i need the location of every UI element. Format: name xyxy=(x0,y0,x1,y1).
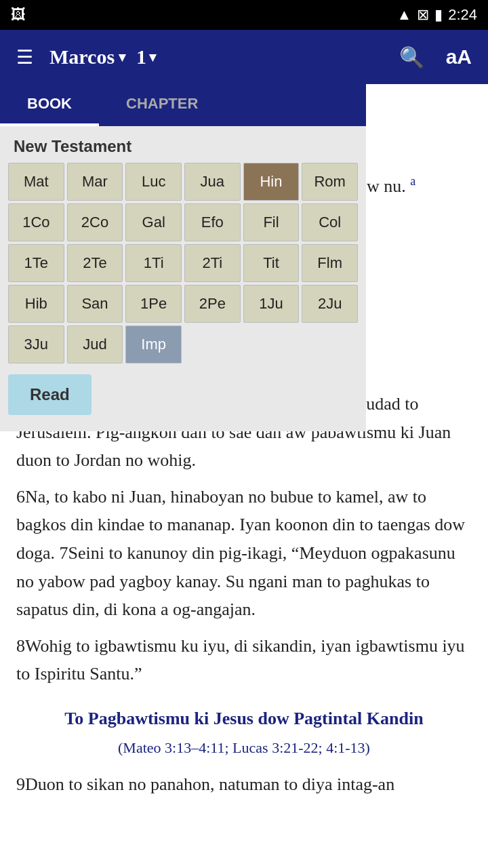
book-fil[interactable]: Fil xyxy=(243,203,300,241)
book-dropdown-arrow: ▾ xyxy=(119,49,125,65)
read-button[interactable]: Read xyxy=(8,374,92,415)
book-2co[interactable]: 2Co xyxy=(67,203,123,241)
book-mat[interactable]: Mat xyxy=(8,163,64,201)
book-empty-2 xyxy=(243,326,300,363)
book-1ju[interactable]: 1Ju xyxy=(243,285,300,323)
verse-8: 8Wohig to igbawtismu ku iyu, di sikandin… xyxy=(16,632,472,688)
book-rom[interactable]: Rom xyxy=(302,163,358,201)
book-gal[interactable]: Gal xyxy=(125,203,182,241)
book-san[interactable]: San xyxy=(67,285,123,323)
book-efo[interactable]: Efo xyxy=(184,203,241,241)
font-size-button[interactable]: aA xyxy=(441,40,477,74)
status-bar: 🖼 ▲ ⊠ ▮ 2:24 xyxy=(0,0,488,30)
book-1ti[interactable]: 1Ti xyxy=(125,244,182,282)
clock: 2:24 xyxy=(448,6,477,24)
subheading-2: (Mateo 3:13–4:11; Lucas 3:21-22; 4:1-13) xyxy=(16,736,472,760)
verse-9-start: 9Duon to sikan no panahon, natuman to di… xyxy=(16,770,472,799)
book-mar[interactable]: Mar xyxy=(67,163,123,201)
chapter-selector[interactable]: 1 ▾ xyxy=(136,45,156,68)
footnote-a[interactable]: a xyxy=(410,174,415,188)
heading-2: To Pagbawtismu ki Jesus dow Pagtintal Ka… xyxy=(16,705,472,733)
book-1pe[interactable]: 1Pe xyxy=(125,285,182,323)
book-2te[interactable]: 2Te xyxy=(67,244,123,282)
tab-book[interactable]: BOOK xyxy=(0,84,99,126)
signal-icon: ⊠ xyxy=(417,6,429,24)
book-empty-3 xyxy=(302,326,358,363)
section-header: New Testament xyxy=(0,126,366,163)
book-title-label: Marcos xyxy=(49,45,115,68)
status-right-icons: ▲ ⊠ ▮ 2:24 xyxy=(396,6,477,24)
search-button[interactable]: 🔍 xyxy=(394,40,430,75)
book-1co[interactable]: 1Co xyxy=(8,203,64,241)
nav-bar: ☰ Marcos ▾ 1 ▾ 🔍 aA xyxy=(0,30,488,84)
book-2ti[interactable]: 2Ti xyxy=(184,244,241,282)
book-imp[interactable]: Imp xyxy=(125,326,182,363)
book-selector[interactable]: Marcos ▾ xyxy=(49,45,125,68)
main-area: inuyat ni 2-28) vnangonon Meyduon pig-ai… xyxy=(0,84,488,820)
book-luc[interactable]: Luc xyxy=(125,163,182,201)
book-grid: Mat Mar Luc Jua Hin Rom 1Co 2Co Gal Efo … xyxy=(0,163,366,363)
book-empty-1 xyxy=(184,326,241,363)
book-jud[interactable]: Jud xyxy=(67,326,123,363)
status-left-icons: 🖼 xyxy=(11,6,26,24)
selector-panel: BOOK CHAPTER New Testament Mat Mar Luc J… xyxy=(0,84,366,431)
photo-icon: 🖼 xyxy=(11,6,26,24)
wifi-icon: ▲ xyxy=(396,6,411,24)
hamburger-menu[interactable]: ☰ xyxy=(11,41,39,74)
book-1te[interactable]: 1Te xyxy=(8,244,64,282)
chapter-dropdown-arrow: ▾ xyxy=(149,49,156,65)
book-hib[interactable]: Hib xyxy=(8,285,64,323)
book-tit[interactable]: Tit xyxy=(243,244,300,282)
verse-6-full: 6Na, to kabo ni Juan, hinaboyan no bubue… xyxy=(16,483,472,624)
book-2ju[interactable]: 2Ju xyxy=(302,285,358,323)
book-flm[interactable]: Flm xyxy=(302,244,358,282)
tab-chapter[interactable]: CHAPTER xyxy=(99,84,225,126)
chapter-number-label: 1 xyxy=(136,45,146,68)
tab-bar: BOOK CHAPTER xyxy=(0,84,366,126)
book-hin[interactable]: Hin xyxy=(243,163,300,201)
battery-icon: ▮ xyxy=(434,6,443,24)
book-2pe[interactable]: 2Pe xyxy=(184,285,241,323)
book-col[interactable]: Col xyxy=(302,203,358,241)
book-jua[interactable]: Jua xyxy=(184,163,241,201)
read-button-container: Read xyxy=(0,363,366,420)
book-3ju[interactable]: 3Ju xyxy=(8,326,64,363)
